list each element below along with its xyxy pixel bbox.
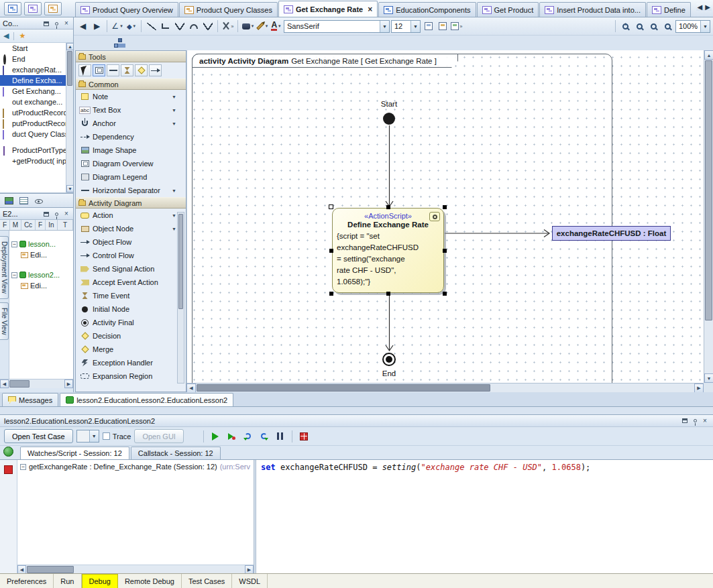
- activity-frame-header[interactable]: activity Activity Diagram Get Exchange R…: [192, 54, 458, 68]
- tool-object-node[interactable]: Object Node▼: [76, 222, 186, 235]
- link-tool-button[interactable]: [149, 64, 162, 76]
- chevron-down-icon[interactable]: ▾: [266, 23, 268, 29]
- close-icon[interactable]: ×: [701, 417, 709, 425]
- tree-item[interactable]: out exchange...: [0, 97, 73, 107]
- chevron-down-icon[interactable]: ▼: [410, 21, 420, 32]
- tool-action[interactable]: Action▼: [76, 209, 186, 222]
- tool-dependency[interactable]: Dependency: [76, 130, 186, 143]
- chevron-down-icon[interactable]: ▼: [172, 95, 176, 99]
- open-gui-button[interactable]: Open GUI: [134, 429, 184, 443]
- insert-image-button[interactable]: »: [450, 19, 463, 33]
- zoom-in-button[interactable]: +: [619, 19, 632, 33]
- tool-activity-final[interactable]: Activity Final: [76, 316, 186, 329]
- canvas-horizontal-scrollbar[interactable]: ◀ ▶: [186, 383, 704, 392]
- scroll-right-icon[interactable]: ▶: [694, 384, 704, 393]
- selection-handle[interactable]: [329, 249, 333, 253]
- tree-item[interactable]: −lesson...: [9, 239, 73, 249]
- column-header[interactable]: F: [0, 220, 10, 230]
- chevron-down-icon[interactable]: ▼: [700, 21, 710, 32]
- tab-insert-product-data[interactable]: Insert Product Data into...: [539, 2, 646, 17]
- session-select[interactable]: ▼: [76, 430, 99, 443]
- insert-table-button[interactable]: [422, 19, 435, 33]
- font-size-select[interactable]: 12▼: [391, 20, 421, 33]
- tree-item[interactable]: Start: [0, 43, 73, 54]
- zoom-level-select[interactable]: 100%▼: [675, 20, 710, 33]
- insert-frame-button[interactable]: [436, 19, 449, 33]
- tool-text-box[interactable]: abcText Box▼: [76, 103, 186, 117]
- selection-handle[interactable]: [386, 205, 390, 209]
- chevron-down-icon[interactable]: ▼: [172, 108, 176, 113]
- tree-item[interactable]: Get Exchang...: [0, 86, 73, 97]
- tree-item[interactable]: +getProduct( inp...: [0, 156, 73, 166]
- column-header[interactable]: Cc: [21, 220, 36, 230]
- action-node-define-exchange-rate[interactable]: «ActionScript» Define Exchange Rate {scr…: [332, 208, 444, 293]
- rectilinear-path-button[interactable]: [159, 19, 172, 33]
- tool-anchor[interactable]: Anchor▼: [76, 117, 186, 130]
- breakpoint-icon[interactable]: [4, 465, 13, 474]
- tab-remote-debug[interactable]: Remote Debug: [118, 574, 182, 588]
- tree-item[interactable]: ProductPortType: [0, 145, 73, 156]
- tool-initial-node[interactable]: Initial Node: [76, 302, 186, 316]
- toolbox-header[interactable]: Tools: [76, 51, 186, 62]
- diagram-hierarchy-button[interactable]: [113, 36, 125, 50]
- tab-define[interactable]: Define: [647, 2, 691, 17]
- explorer-horizontal-scrollbar[interactable]: ◀ ▶: [0, 379, 73, 388]
- tab-debug[interactable]: Debug: [82, 574, 118, 588]
- zoom-fit-button[interactable]: [661, 19, 674, 33]
- tab-test-cases[interactable]: Test Cases: [182, 574, 232, 588]
- float-panel-icon[interactable]: [42, 210, 50, 218]
- chevron-down-icon[interactable]: ▼: [172, 227, 176, 231]
- zoom-out-button[interactable]: −: [633, 19, 646, 33]
- spline-path-button[interactable]: [201, 19, 214, 33]
- tool-expansion-region[interactable]: Expansion Region: [76, 369, 186, 383]
- selection-handle[interactable]: [386, 292, 390, 296]
- tool-control-flow[interactable]: Control Flow: [76, 249, 186, 262]
- pause-button[interactable]: [274, 430, 286, 443]
- selection-handle[interactable]: [329, 292, 333, 296]
- tree-item-selected[interactable]: Define Excha...: [0, 75, 73, 86]
- font-color-button[interactable]: A▾: [270, 19, 282, 33]
- oblique-path-button[interactable]: [145, 19, 158, 33]
- collapse-icon[interactable]: −: [20, 464, 26, 470]
- details-view-button[interactable]: [33, 195, 44, 207]
- tab-product-query-classes[interactable]: Product Query Classes: [179, 2, 278, 17]
- chevron-down-icon[interactable]: ▼: [172, 213, 176, 218]
- selection-handle[interactable]: [443, 205, 447, 209]
- tool-diagram-overview[interactable]: Diagram Overview: [76, 157, 186, 170]
- tab-callstack[interactable]: Callstack - Session: 12: [131, 447, 221, 459]
- tab-educationcomponents[interactable]: EducationComponents: [378, 2, 476, 17]
- watch-item[interactable]: − getExchangeRate : Define_Exchange_Rate…: [17, 460, 254, 471]
- window-button[interactable]: [4, 2, 21, 15]
- tab-lesson2-session[interactable]: lesson2.EducationLesson2.EducationLesson…: [60, 393, 233, 406]
- containment-vertical-scrollbar[interactable]: ▲ ▼: [66, 43, 73, 192]
- step-over-button[interactable]: [258, 430, 270, 443]
- toolbox-section-common[interactable]: Common: [76, 78, 186, 90]
- zigzag-path-button[interactable]: [173, 19, 186, 33]
- layout-tool-button[interactable]: ∠▾: [111, 19, 123, 33]
- curve-path-button[interactable]: [187, 19, 200, 33]
- more-icon[interactable]: »: [231, 24, 234, 29]
- tree-item[interactable]: exchangeRat...: [0, 64, 73, 75]
- font-family-select[interactable]: SansSerif▼: [284, 20, 390, 33]
- diagrams-button[interactable]: [24, 2, 42, 15]
- pin-icon[interactable]: [52, 19, 60, 27]
- terminate-button[interactable]: [298, 430, 311, 443]
- tree-item[interactable]: utProductRecord: [0, 107, 73, 118]
- scroll-right-icon[interactable]: ▶: [64, 379, 73, 388]
- tree-item[interactable]: putProductRecor...: [0, 118, 73, 129]
- chevron-down-icon[interactable]: ▾: [278, 23, 281, 29]
- tab-get-product[interactable]: Get Product: [477, 2, 539, 17]
- fill-color-button[interactable]: ▾: [241, 19, 254, 33]
- trace-checkbox[interactable]: Trace: [103, 432, 131, 440]
- zoom-reset-button[interactable]: [647, 19, 660, 33]
- tool-object-flow[interactable]: Object Flow: [76, 235, 186, 249]
- tab-watches-script[interactable]: Watches/Script - Session: 12: [20, 447, 129, 459]
- toolbox-scrollbar[interactable]: [177, 212, 184, 384]
- selection-handle[interactable]: [443, 292, 447, 296]
- tab-product-query-overview[interactable]: Product Query Overview: [75, 2, 178, 17]
- tool-send-signal-action[interactable]: Send Signal Action: [76, 262, 186, 276]
- tab-preferences[interactable]: Preferences: [0, 574, 54, 588]
- column-header[interactable]: M: [10, 220, 21, 230]
- tab-run[interactable]: Run: [54, 574, 81, 588]
- chevron-down-icon[interactable]: ▾: [252, 23, 254, 29]
